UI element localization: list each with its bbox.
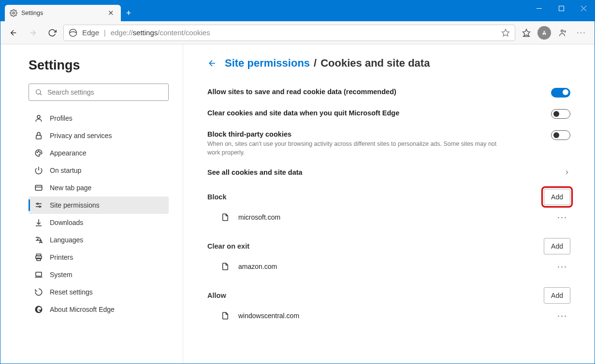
setting-label: See all cookies and site data (207, 168, 564, 176)
breadcrumb-back-button[interactable] (207, 58, 217, 68)
edge-logo-icon (69, 28, 77, 37)
edge-icon (34, 305, 43, 314)
sidebar-item-label: Reset settings (50, 288, 93, 296)
setting-block-third-party: Block third-party cookies When on, sites… (207, 125, 570, 163)
section-block: Block Add (207, 189, 570, 205)
sidebar-item-privacy[interactable]: Privacy and services (29, 127, 169, 144)
site-more-button[interactable]: ··· (554, 212, 570, 223)
svg-point-15 (38, 151, 39, 152)
svg-point-5 (70, 29, 77, 36)
setting-clear-on-quit: Clear cookies and site data when you qui… (207, 103, 570, 125)
maximize-button[interactable] (550, 0, 572, 16)
breadcrumb-current: Cookies and site data (320, 57, 430, 70)
forward-button[interactable] (25, 25, 41, 41)
site-more-button[interactable]: ··· (554, 311, 570, 321)
globe-icon (34, 236, 43, 244)
setting-label: Block third-party cookies (207, 130, 551, 138)
breadcrumb: Site permissions / Cookies and site data (207, 57, 570, 70)
breadcrumb-separator: / (314, 57, 317, 70)
section-label: Block (207, 193, 544, 201)
svg-rect-18 (35, 185, 42, 191)
svg-rect-28 (36, 272, 42, 276)
sidebar-item-label: Profiles (50, 114, 73, 122)
sidebar-item-about[interactable]: About Microsoft Edge (29, 301, 169, 318)
sidebar-item-label: System (50, 271, 73, 279)
favorites-button[interactable] (518, 25, 535, 41)
minimize-button[interactable] (528, 0, 550, 16)
sidebar-item-label: Site permissions (50, 201, 100, 209)
svg-marker-7 (523, 29, 530, 36)
browser-window: Settings ✕ + Edge | edge://settings/cont… (0, 0, 595, 364)
sidebar-item-system[interactable]: System (29, 266, 169, 283)
sidebar-item-printers[interactable]: Printers (29, 249, 169, 266)
reset-icon (34, 288, 43, 296)
svg-point-9 (561, 30, 564, 32)
close-window-button[interactable] (572, 0, 595, 16)
address-bar[interactable]: Edge | edge://settings/content/cookies (63, 25, 515, 41)
sidebar-item-languages[interactable]: Languages (29, 231, 169, 249)
breadcrumb-parent-link[interactable]: Site permissions (225, 57, 310, 70)
chevron-right-icon (564, 169, 570, 176)
sliders-icon (34, 201, 43, 210)
site-more-button[interactable]: ··· (554, 262, 570, 272)
printer-icon (34, 253, 43, 262)
sidebar-item-reset[interactable]: Reset settings (29, 283, 169, 301)
sidebar-item-site-permissions[interactable]: Site permissions (29, 196, 169, 214)
sidebar-item-label: Privacy and services (50, 132, 112, 140)
titlebar: Settings ✕ + (0, 0, 595, 21)
svg-point-21 (37, 203, 38, 205)
setting-label: Allow sites to save and read cookie data… (207, 88, 551, 96)
add-block-button[interactable]: Add (544, 189, 570, 205)
section-label: Allow (207, 292, 544, 299)
browser-tab[interactable]: Settings ✕ (5, 5, 121, 21)
address-separator: | (104, 29, 106, 37)
svg-marker-6 (502, 29, 509, 36)
see-all-cookies-button[interactable]: See all cookies and site data (207, 163, 570, 182)
lock-icon (34, 131, 43, 140)
toggle-clear-on-quit[interactable] (551, 109, 570, 119)
refresh-button[interactable] (44, 25, 60, 41)
address-url: edge://settings/content/cookies (111, 28, 210, 37)
sidebar-item-downloads[interactable]: Downloads (29, 214, 169, 231)
search-settings-input[interactable]: Search settings (29, 84, 169, 101)
settings-main: Site permissions / Cookies and site data… (183, 44, 595, 364)
sidebar-item-label: About Microsoft Edge (50, 306, 115, 313)
sidebar-item-startup[interactable]: On startup (29, 162, 169, 179)
back-button[interactable] (5, 25, 22, 41)
settings-title: Settings (29, 58, 176, 73)
sidebar-item-profiles[interactable]: Profiles (29, 110, 169, 127)
toggle-allow-cookies[interactable] (551, 88, 570, 98)
setting-description: When on, sites can't use your browsing a… (207, 140, 507, 157)
sidebar-item-label: Appearance (50, 149, 87, 157)
sidebar-item-label: New tab page (50, 184, 91, 192)
sidebar-item-label: On startup (50, 167, 81, 174)
settings-nav: Profiles Privacy and services Appearance… (29, 110, 169, 318)
tab-close-icon[interactable]: ✕ (106, 9, 116, 17)
section-label: Clear on exit (207, 242, 544, 250)
extensions-button[interactable] (554, 25, 570, 41)
profile-avatar[interactable] (537, 26, 551, 40)
toggle-block-third-party[interactable] (551, 130, 570, 140)
person-icon (34, 114, 43, 123)
window-controls (528, 0, 595, 21)
add-clear-on-exit-button[interactable]: Add (544, 238, 570, 254)
setting-label: Clear cookies and site data when you qui… (207, 109, 551, 117)
site-name: microsoft.com (238, 213, 554, 221)
svg-point-0 (13, 12, 15, 14)
content-body: Settings Search settings Profiles Privac… (0, 44, 595, 364)
tab-title: Settings (21, 10, 43, 16)
sidebar-item-appearance[interactable]: Appearance (29, 144, 169, 162)
laptop-icon (34, 270, 43, 279)
new-tab-button[interactable]: + (121, 5, 136, 21)
sidebar-item-newtab[interactable]: New tab page (29, 179, 169, 196)
address-label: Edge (82, 28, 99, 37)
svg-rect-2 (559, 6, 564, 11)
add-allow-button[interactable]: Add (544, 287, 570, 304)
favorite-star-icon[interactable] (501, 28, 510, 37)
site-row: windowscentral.com ··· (207, 304, 570, 328)
more-menu-button[interactable]: ··· (573, 25, 590, 41)
section-allow: Allow Add (207, 287, 570, 304)
file-icon (221, 213, 230, 222)
download-icon (34, 218, 43, 227)
sidebar-item-label: Downloads (50, 219, 83, 226)
